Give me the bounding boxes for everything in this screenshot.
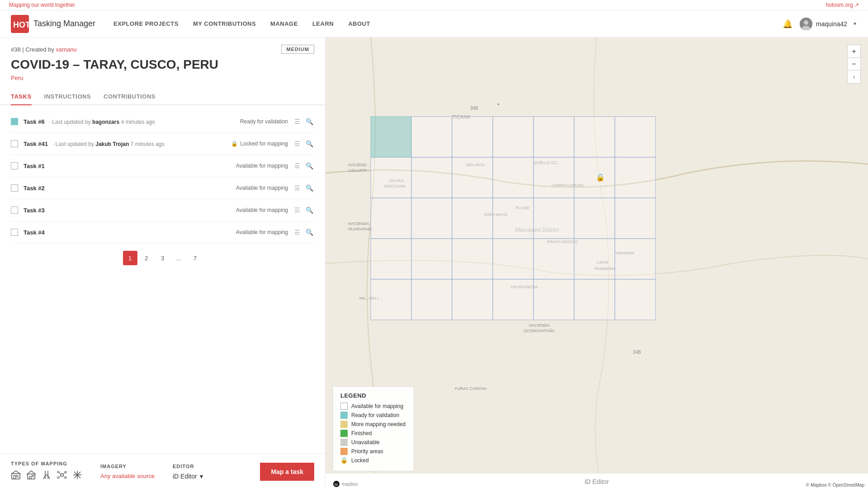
task-list-btn-41[interactable]: ☰: [293, 139, 301, 148]
nav-explore[interactable]: EXPLORE PROJECTS: [113, 19, 179, 29]
task-zoom-btn-1[interactable]: 🔍: [305, 161, 314, 170]
task-actions-41: ☰ 🔍: [293, 139, 314, 148]
task-name-3: Task #3: [24, 207, 45, 214]
brand-link[interactable]: HOT Tasking Manager: [11, 15, 95, 33]
table-row[interactable]: Task #1 Available for mapping ☰ 🔍: [11, 155, 314, 177]
svg-rect-78: [411, 279, 452, 320]
zoom-reset-button[interactable]: ↕: [848, 70, 860, 83]
table-row[interactable]: Task #2 Available for mapping ☰ 🔍: [11, 177, 314, 199]
table-row[interactable]: Task #4 Available for mapping ☰ 🔍: [11, 221, 314, 244]
task-list-btn-3[interactable]: ☰: [293, 206, 301, 215]
nav-contributions[interactable]: MY CONTRIBUTIONS: [193, 19, 256, 29]
task-checkbox-41[interactable]: [11, 140, 18, 147]
hot-logo-icon: HOT: [11, 15, 29, 33]
svg-text:YURAC CANCHA: YURAC CANCHA: [454, 386, 487, 391]
svg-rect-67: [533, 198, 574, 239]
task-zoom-btn-4[interactable]: 🔍: [305, 228, 314, 237]
task-zoom-btn-2[interactable]: 🔍: [305, 183, 314, 192]
svg-text:●: ●: [497, 102, 500, 106]
task-checkbox-4[interactable]: [11, 229, 18, 236]
legend-label-unavailable: Unavailable: [351, 439, 380, 446]
svg-rect-56: [371, 157, 411, 198]
task-checkbox-6[interactable]: [11, 118, 18, 125]
svg-rect-61: [574, 157, 615, 198]
svg-text:34B: 34B: [470, 106, 478, 111]
imagery-section: IMAGERY Any available source: [100, 464, 155, 479]
id-editor-footer: iD Editor: [326, 473, 868, 488]
page-btn-7[interactable]: 7: [188, 251, 203, 265]
tab-contributions[interactable]: CONTRIBUTIONS: [104, 89, 156, 105]
task-zoom-btn-6[interactable]: 🔍: [305, 117, 314, 126]
zoom-out-button[interactable]: −: [848, 58, 860, 70]
building-icon: [11, 470, 21, 482]
task-info-1: Task #1: [24, 162, 236, 169]
imagery-title: IMAGERY: [100, 464, 155, 469]
nav-about[interactable]: ABOUT: [348, 19, 370, 29]
task-name-4: Task #4: [24, 229, 45, 236]
banner-left: Mapping our world together: [9, 2, 75, 8]
status-label-6: Ready for validation: [240, 118, 288, 125]
task-list-btn-2[interactable]: ☰: [293, 183, 301, 192]
task-name-1: Task #1: [24, 163, 45, 169]
page-btn-2[interactable]: 2: [139, 251, 154, 265]
nav-manage[interactable]: MANAGE: [270, 19, 298, 29]
legend-color-available: [340, 403, 348, 410]
legend-label-available: Available for mapping: [351, 403, 403, 409]
map-panel[interactable]: TICANA HACIEND... LULLUCH... JACHUI MACU…: [326, 38, 868, 488]
svg-rect-51: [452, 117, 493, 157]
svg-line-17: [63, 473, 65, 474]
status-label-3: Available for mapping: [236, 207, 288, 213]
bell-icon: 🔔: [783, 19, 793, 28]
legend-item-available: Available for mapping: [340, 403, 406, 410]
tab-tasks[interactable]: TASKS: [11, 89, 32, 105]
task-checkbox-1[interactable]: [11, 162, 18, 169]
page-btn-1[interactable]: 1: [123, 251, 137, 265]
task-checkbox-3[interactable]: [11, 206, 18, 214]
page-btn-ellipsis: ...: [172, 251, 186, 265]
legend-color-validation: [340, 412, 348, 419]
task-actions-2: ☰ 🔍: [293, 183, 314, 192]
task-zoom-btn-3[interactable]: 🔍: [305, 206, 314, 215]
user-menu[interactable]: maquina42 ▼: [800, 18, 857, 30]
updater-link-41[interactable]: Jakub Trojan: [95, 141, 129, 147]
author-link[interactable]: xamanu: [56, 46, 77, 53]
table-row[interactable]: Task #3 Available for mapping ☰ 🔍: [11, 199, 314, 221]
task-zoom-btn-41[interactable]: 🔍: [305, 139, 314, 148]
updater-link-6[interactable]: bagonzars: [92, 119, 119, 125]
task-list-btn-4[interactable]: ☰: [293, 228, 301, 237]
svg-text:GCONCHATAÑA: GCONCHATAÑA: [524, 328, 555, 333]
banner-right[interactable]: hotosm.org ↗: [826, 2, 859, 8]
task-actions-4: ☰ 🔍: [293, 228, 314, 237]
legend-item-more-mapping: More mapping needed: [340, 421, 406, 428]
notification-bell[interactable]: 🔔: [783, 19, 793, 29]
svg-point-11: [61, 474, 63, 476]
task-name-2: Task #2: [24, 185, 45, 192]
svg-point-3: [804, 20, 808, 25]
map-zoom-controls: + − ↕: [847, 45, 861, 84]
task-checkbox-2[interactable]: [11, 184, 18, 192]
task-list-btn-1[interactable]: ☰: [293, 161, 301, 170]
svg-rect-69: [615, 198, 656, 239]
legend-label-finished: Finished: [351, 430, 372, 436]
page-btn-3[interactable]: 3: [156, 251, 170, 265]
svg-rect-65: [452, 198, 493, 239]
mapbox-text: mapbox: [342, 482, 358, 487]
svg-rect-49: [371, 117, 411, 157]
svg-line-18: [59, 476, 61, 477]
table-row[interactable]: Task #41 · Last updated by Jakub Trojan …: [11, 133, 314, 155]
map-legend: LEGEND Available for mapping Ready for v…: [333, 386, 414, 471]
table-row[interactable]: Task #6 · Last updated by bagonzars 4 mi…: [11, 111, 314, 133]
tab-instructions[interactable]: INSTRUCTIONS: [44, 89, 91, 105]
svg-rect-50: [411, 117, 452, 157]
task-info-41: Task #41 · Last updated by Jakub Trojan …: [24, 140, 231, 147]
task-list-btn-6[interactable]: ☰: [293, 117, 301, 126]
legend-label-more-mapping: More mapping needed: [351, 421, 406, 427]
zoom-in-button[interactable]: +: [848, 45, 860, 58]
map-task-button[interactable]: Map a task: [260, 463, 314, 481]
svg-line-16: [59, 473, 61, 474]
editor-select[interactable]: iD Editor ▾: [173, 473, 203, 480]
nav-learn[interactable]: LEARN: [312, 19, 334, 29]
imagery-value: Any available source: [100, 473, 155, 479]
svg-rect-6: [14, 475, 15, 479]
svg-rect-79: [452, 279, 493, 320]
